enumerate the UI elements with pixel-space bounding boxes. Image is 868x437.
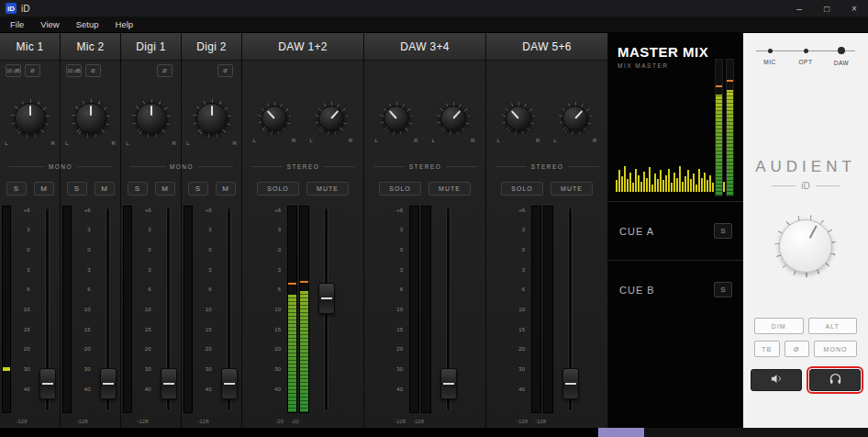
maximize-button[interactable]: □ <box>813 0 840 17</box>
scale-label: 40 <box>396 387 403 392</box>
source-daw-button[interactable]: DAW <box>826 44 857 66</box>
scale-label: 6 <box>400 286 403 292</box>
mute-button[interactable]: M <box>155 182 175 196</box>
link-mode-text: STEREO <box>405 163 447 170</box>
pan-range-labels: LR <box>310 138 353 143</box>
main-content: Mic 110 dBØLRSM+630361015203040-128Mic 2… <box>0 33 868 428</box>
solo-button[interactable]: S <box>67 182 87 196</box>
pan-knob[interactable]: LR <box>559 102 592 143</box>
phase-button[interactable]: Ø <box>785 341 810 357</box>
fader-handle[interactable] <box>562 368 579 399</box>
fader-handle[interactable] <box>440 368 457 399</box>
fader-track[interactable] <box>97 206 119 413</box>
scale-label: 20 <box>396 346 403 352</box>
pan-knob[interactable]: LR <box>437 102 470 143</box>
solo-button[interactable]: S <box>6 182 27 196</box>
spectrum-bar <box>668 169 670 192</box>
level-meter <box>421 206 431 413</box>
mute-button[interactable]: M <box>34 182 54 196</box>
fader-track[interactable] <box>158 206 180 413</box>
source-opt-button[interactable]: OPT <box>790 44 821 65</box>
fader-track[interactable] <box>560 206 582 413</box>
pan-knob[interactable]: LR <box>193 99 231 146</box>
menu-view[interactable]: View <box>32 17 67 32</box>
menu-help[interactable]: Help <box>107 17 142 32</box>
solo-button[interactable]: SOLO <box>257 182 299 196</box>
link-mode-label: STEREO <box>251 163 355 170</box>
knob-pointer-line <box>267 110 275 119</box>
scale-label: 3 <box>400 267 403 273</box>
fader-handle[interactable] <box>100 368 117 399</box>
fader-area: +630361015203040 <box>364 200 485 415</box>
mute-button[interactable]: M <box>95 182 115 196</box>
minimize-button[interactable]: – <box>785 0 813 17</box>
phase-button[interactable]: Ø <box>217 64 233 77</box>
scale-label: 3 <box>87 227 90 232</box>
pan-right-label: R <box>414 138 417 143</box>
phase-button[interactable]: Ø <box>25 64 40 77</box>
fader-track[interactable] <box>438 206 460 413</box>
pan-knob[interactable]: LR <box>502 102 535 143</box>
pan-knob-row: LR <box>121 83 181 162</box>
pan-knob[interactable]: LR <box>11 99 50 146</box>
close-button[interactable]: × <box>840 0 868 17</box>
solo-mute-row: SM <box>0 176 60 200</box>
meter-readout: -128 <box>182 415 241 428</box>
channel-options: Ø <box>182 61 241 83</box>
fader-handle[interactable] <box>318 283 335 314</box>
solo-button[interactable]: SOLO <box>501 182 543 196</box>
fader-track[interactable] <box>37 206 59 413</box>
meter-readout: -20-20 <box>242 415 363 428</box>
source-mic-button[interactable]: MIC <box>754 44 785 65</box>
mute-button[interactable]: MUTE <box>551 182 593 196</box>
speaker-output-button[interactable] <box>751 369 802 391</box>
solo-button[interactable]: S <box>128 182 148 196</box>
pan-left-label: L <box>186 140 189 146</box>
mute-button[interactable]: M <box>216 182 236 196</box>
cue-label: CUE B <box>619 285 655 296</box>
level-meter <box>123 206 132 413</box>
spectrum-bar <box>616 180 618 192</box>
menu-file[interactable]: File <box>2 17 32 32</box>
talkback-button[interactable]: TB <box>754 341 780 357</box>
channel-options <box>486 61 607 83</box>
fader-track[interactable] <box>218 206 240 413</box>
menu-setup[interactable]: Setup <box>68 17 107 32</box>
dim-button[interactable]: DIM <box>754 318 804 334</box>
mute-button[interactable]: MUTE <box>306 182 349 196</box>
spectrum-bar <box>676 178 678 192</box>
pad-button[interactable]: 10 dB <box>66 64 82 77</box>
knob-pointer-line <box>330 110 339 119</box>
pan-knob[interactable]: LR <box>380 102 413 143</box>
master-meters <box>715 59 734 196</box>
cue-solo-button[interactable]: S <box>714 282 732 297</box>
phase-button[interactable]: Ø <box>85 64 101 77</box>
fader-handle[interactable] <box>161 368 177 399</box>
fader-handle[interactable] <box>39 368 56 399</box>
master-section: MASTER MIX MIX MASTER CUE ASCUE BS <box>608 33 743 428</box>
phase-button[interactable]: Ø <box>157 64 172 77</box>
pan-knob[interactable]: LR <box>315 102 348 143</box>
knob-pointer-line <box>90 106 92 116</box>
knob-pointer <box>136 103 167 134</box>
meter-segment <box>3 367 10 371</box>
solo-button[interactable]: S <box>188 182 208 196</box>
link-mode-label: MONO <box>130 163 233 170</box>
solo-button[interactable]: SOLO <box>379 182 421 196</box>
alt-button[interactable]: ALT <box>808 318 858 334</box>
fader-handle[interactable] <box>221 368 238 399</box>
divider-line <box>568 166 599 167</box>
monitor-volume-knob[interactable] <box>774 215 837 277</box>
pan-knob[interactable]: LR <box>132 99 171 146</box>
mute-button[interactable]: MUTE <box>428 182 471 196</box>
pan-knob[interactable]: LR <box>72 99 110 146</box>
pan-knob[interactable]: LR <box>258 102 291 143</box>
solo-mute-row: SM <box>61 176 120 200</box>
mono-button[interactable]: MONO <box>814 341 857 357</box>
headphones-output-button[interactable] <box>809 369 861 391</box>
pad-button[interactable]: 10 dB <box>6 64 21 77</box>
cue-solo-button[interactable]: S <box>714 223 732 239</box>
knob-pointer <box>75 103 106 134</box>
pan-left-label: L <box>554 138 557 143</box>
fader-track[interactable] <box>316 206 338 413</box>
